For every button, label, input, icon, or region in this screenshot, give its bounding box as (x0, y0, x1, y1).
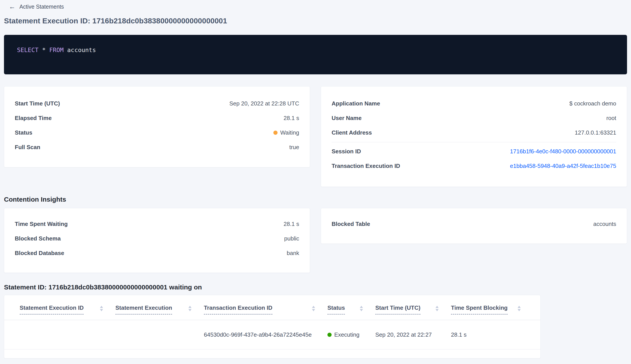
sort-icon[interactable] (518, 306, 521, 311)
sql-table-name: accounts (64, 46, 96, 54)
sort-icon[interactable] (188, 306, 192, 311)
full-scan-value: true (289, 144, 299, 151)
sort-down-arrow-icon (188, 309, 192, 311)
transaction-execution-id-label: Transaction Execution ID (332, 162, 400, 170)
column-header-label: Statement Execution (116, 304, 172, 314)
table-header-row: Statement Execution ID Statement Executi… (4, 295, 540, 320)
column-header-label: Start Time (UTC) (375, 304, 420, 314)
column-header-status[interactable]: Status (328, 304, 375, 320)
contention-insights-heading: Contention Insights (4, 195, 627, 204)
cell-time-spent-blocking: 28.1 s (451, 331, 533, 338)
back-link-label: Active Statements (20, 4, 64, 10)
column-header-label: Status (328, 304, 345, 314)
column-header-statement-execution[interactable]: Statement Execution (116, 304, 204, 320)
status-executing-dot-icon (328, 333, 332, 337)
contention-details-card: Time Spent Waiting 28.1 s Blocked Schema… (4, 208, 310, 273)
statement-execution-details-page: ← Active Statements Statement Execution … (0, 2, 631, 358)
card-divider (332, 142, 616, 142)
back-link[interactable]: ← Active Statements (9, 2, 64, 11)
time-spent-waiting-row: Time Spent Waiting 28.1 s (15, 217, 299, 231)
time-spent-waiting-value: 28.1 s (284, 220, 299, 228)
cell-start-time: Sep 20, 2022 at 22:27 (375, 331, 451, 338)
top-cards-row: Start Time (UTC) Sep 20, 2022 at 22:28 U… (4, 86, 627, 187)
table-row: 64530d0c-969f-437e-a9b4-26a72245e45e Exe… (4, 320, 540, 350)
start-time-label: Start Time (UTC) (15, 100, 60, 107)
sort-up-arrow-icon (100, 306, 103, 308)
blocked-schema-row: Blocked Schema public (15, 231, 299, 246)
blocked-table-row: Blocked Table accounts (332, 217, 616, 231)
cell-status-text: Executing (334, 331, 360, 338)
status-value: Waiting (273, 129, 299, 136)
status-value-text: Waiting (280, 129, 299, 136)
sort-down-arrow-icon (360, 309, 363, 311)
transaction-execution-id-link[interactable]: e1bba458-5948-40a9-a42f-5feac1b10e75 (510, 162, 616, 170)
sql-query-box: SELECT * FROM accounts (4, 35, 627, 74)
sort-up-arrow-icon (518, 306, 521, 308)
sort-icon[interactable] (100, 306, 103, 311)
client-address-row: Client Address 127.0.0.1:63321 (332, 125, 616, 140)
column-header-time-spent-blocking[interactable]: Time Spent Blocking (451, 304, 533, 320)
user-name-label: User Name (332, 115, 362, 122)
column-header-label: Time Spent Blocking (451, 304, 508, 314)
status-waiting-dot-icon (273, 130, 278, 135)
client-address-value: 127.0.0.1:63321 (575, 129, 616, 136)
user-name-row: User Name root (332, 111, 616, 125)
blocked-database-row: Blocked Database bank (15, 246, 299, 260)
blocked-table-value: accounts (593, 220, 616, 228)
blocked-database-value: bank (287, 250, 299, 256)
start-time-row: Start Time (UTC) Sep 20, 2022 at 22:28 U… (15, 96, 299, 111)
full-scan-row: Full Scan true (15, 140, 299, 154)
blocked-table-label: Blocked Table (332, 220, 370, 228)
column-header-label: Statement Execution ID (20, 304, 84, 314)
sql-select-keyword: SELECT (17, 46, 38, 54)
sort-up-arrow-icon (188, 306, 192, 308)
sort-down-arrow-icon (100, 309, 103, 311)
cell-status: Executing (328, 331, 375, 338)
sort-up-arrow-icon (436, 306, 438, 308)
elapsed-time-row: Elapsed Time 28.1 s (15, 111, 299, 125)
application-name-value: $ cockroach demo (570, 100, 616, 107)
blocked-database-label: Blocked Database (15, 250, 64, 256)
transaction-execution-id-row: Transaction Execution ID e1bba458-5948-4… (332, 158, 616, 173)
start-time-value: Sep 20, 2022 at 22:28 UTC (229, 100, 299, 107)
sort-icon[interactable] (312, 306, 315, 311)
sql-from-keyword: FROM (49, 46, 64, 54)
column-header-label: Transaction Execution ID (204, 304, 272, 314)
column-header-statement-execution-id[interactable]: Statement Execution ID (20, 304, 116, 320)
contention-cards-row: Time Spent Waiting 28.1 s Blocked Schema… (4, 208, 627, 273)
page-title: Statement Execution ID: 1716b218dc0b3838… (4, 16, 627, 25)
sort-down-arrow-icon (518, 309, 521, 311)
blocked-table-card: Blocked Table accounts (321, 208, 627, 244)
client-address-label: Client Address (332, 129, 372, 136)
elapsed-time-value: 28.1 s (284, 115, 299, 122)
user-name-value: root (606, 115, 616, 122)
sort-up-arrow-icon (312, 306, 315, 308)
application-name-row: Application Name $ cockroach demo (332, 96, 616, 111)
time-spent-waiting-label: Time Spent Waiting (15, 220, 68, 228)
elapsed-time-label: Elapsed Time (15, 115, 52, 122)
session-details-card: Application Name $ cockroach demo User N… (321, 86, 627, 187)
waiting-on-heading: Statement ID: 1716b218dc0b38380000000000… (4, 282, 627, 292)
sort-up-arrow-icon (360, 306, 363, 308)
sort-icon[interactable] (360, 306, 363, 311)
execution-overview-card: Start Time (UTC) Sep 20, 2022 at 22:28 U… (4, 86, 310, 168)
session-id-link[interactable]: 1716b1f6-4e0c-f480-0000-000000000001 (510, 148, 616, 155)
sql-star: * (38, 46, 50, 54)
full-scan-label: Full Scan (15, 144, 40, 151)
sort-down-arrow-icon (436, 309, 438, 311)
status-row: Status Waiting (15, 125, 299, 140)
column-header-start-time[interactable]: Start Time (UTC) (375, 304, 451, 320)
cell-transaction-execution-id: 64530d0c-969f-437e-a9b4-26a72245e45e (204, 331, 328, 338)
sort-down-arrow-icon (312, 309, 315, 311)
application-name-label: Application Name (332, 100, 380, 107)
session-id-label: Session ID (332, 148, 361, 155)
sort-icon[interactable] (436, 306, 438, 311)
status-label: Status (15, 129, 32, 136)
waiting-statements-table: Statement Execution ID Statement Executi… (4, 295, 540, 358)
column-header-transaction-execution-id[interactable]: Transaction Execution ID (204, 304, 328, 320)
blocked-schema-label: Blocked Schema (15, 235, 61, 242)
back-arrow-icon: ← (9, 3, 16, 10)
session-id-row: Session ID 1716b1f6-4e0c-f480-0000-00000… (332, 144, 616, 158)
blocked-schema-value: public (284, 235, 299, 242)
